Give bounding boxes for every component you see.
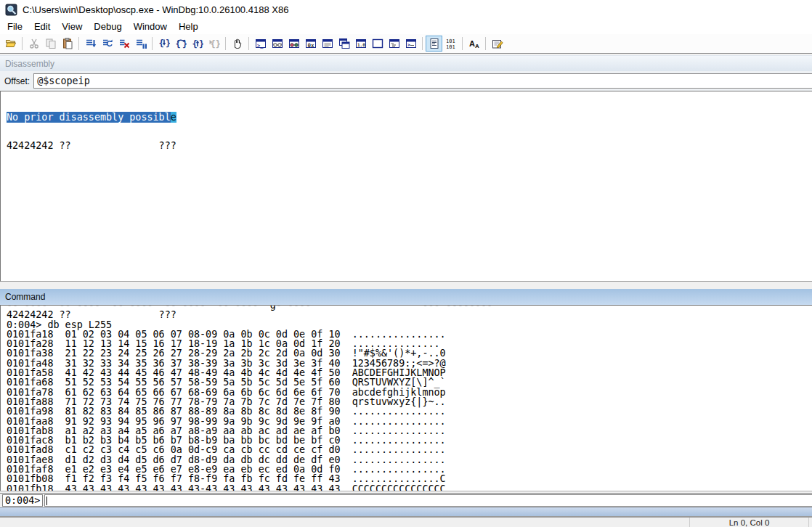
menu-view[interactable]: View xyxy=(56,20,88,33)
command-input-row: 0:004> xyxy=(0,494,812,507)
toolbar-separator xyxy=(485,37,486,50)
statusbar: Ln 0, Col 0 xyxy=(0,518,812,527)
svg-text:>: > xyxy=(407,42,410,48)
command-browser-button[interactable]: > xyxy=(402,36,419,52)
cut-button[interactable] xyxy=(25,36,42,52)
svg-text:A: A xyxy=(475,43,479,49)
svg-text:A: A xyxy=(469,39,475,48)
window-title: C:\Users\win\Desktop\oscp.exe - WinDbg:1… xyxy=(23,4,288,15)
restart-button[interactable] xyxy=(99,36,115,52)
windbg-window: C:\Users\win\Desktop\oscp.exe - WinDbg:1… xyxy=(0,0,812,527)
toolbar-separator xyxy=(248,37,249,50)
step-out-button[interactable]: { } xyxy=(189,36,206,52)
source-mode-toggle-button[interactable] xyxy=(426,36,442,52)
font-button[interactable]: A A xyxy=(466,36,482,52)
svg-text:0x: 0x xyxy=(307,42,314,49)
menu-debug[interactable]: Debug xyxy=(88,20,127,33)
open-source-file-button[interactable] xyxy=(2,36,19,52)
go-button[interactable] xyxy=(82,36,99,52)
toolbar-separator xyxy=(78,37,79,50)
break-button[interactable] xyxy=(132,36,149,52)
disassembly-line[interactable]: 42424242 ?? ??? xyxy=(7,141,812,150)
disassembly-selected-line[interactable]: No prior disassembly possible xyxy=(7,113,812,122)
watch-window-button[interactable] xyxy=(269,36,285,52)
command-window-button[interactable]: >_ xyxy=(252,36,269,52)
stop-debugging-button[interactable] xyxy=(115,36,132,52)
command-pane: Command -- ---- -- ---- -- ---- -- ---- … xyxy=(0,289,812,507)
command-pane-title[interactable]: Command xyxy=(0,289,812,305)
paste-button[interactable] xyxy=(59,36,76,52)
svg-text:}: } xyxy=(199,39,203,49)
command-input[interactable] xyxy=(44,494,812,507)
offset-row: Offset: @$scopeip xyxy=(0,71,812,91)
line-col-indicator: Ln 0, Col 0 xyxy=(689,518,809,527)
scratch-pad-button[interactable] xyxy=(369,36,386,52)
offset-input[interactable]: @$scopeip xyxy=(33,73,812,89)
command-pane-title-label: Command xyxy=(5,292,45,302)
command-output-area[interactable]: -- ---- -- ---- -- ---- -- ---- -- ---- … xyxy=(0,305,812,491)
disassembly-caret-char: e xyxy=(171,112,176,123)
svg-text:{: { xyxy=(192,39,197,49)
text-caret xyxy=(46,497,47,505)
registers-window-button[interactable]: 0x xyxy=(302,36,319,52)
offset-label: Offset: xyxy=(4,76,30,86)
toolbar: { } { } { } {} xyxy=(0,34,812,54)
offset-input-value: @$scopeip xyxy=(37,75,90,86)
copy-button[interactable] xyxy=(42,36,59,52)
locals-window-button[interactable] xyxy=(285,36,302,52)
toolbar-separator xyxy=(422,37,423,50)
call-stack-window-button[interactable] xyxy=(336,36,352,52)
disassembly-content[interactable]: No prior disassembly possible 42424242 ?… xyxy=(0,91,812,282)
options-button[interactable] xyxy=(489,36,506,52)
step-into-button[interactable]: { } xyxy=(155,36,172,52)
window-frame-strip xyxy=(0,507,812,516)
windbg-app-icon xyxy=(5,4,17,16)
command-prompt: 0:004> xyxy=(2,494,43,507)
command-output-text: -- ---- -- ---- -- ---- -- ---- -- ---- … xyxy=(7,305,812,491)
processes-threads-button[interactable] xyxy=(386,36,402,52)
memory-window-button[interactable] xyxy=(319,36,336,52)
assembly-options-button[interactable]: 101 101 xyxy=(442,36,459,52)
titlebar: C:\Users\win\Desktop\oscp.exe - WinDbg:1… xyxy=(0,0,812,19)
command-prompt-text: 0:004> xyxy=(5,496,40,505)
toolbar-separator xyxy=(22,37,23,50)
pane-splitter[interactable] xyxy=(0,282,812,289)
svg-text:1.0: 1.0 xyxy=(357,42,365,47)
menu-edit[interactable]: Edit xyxy=(28,20,56,33)
disassembly-window-button[interactable]: 1.0 xyxy=(352,36,369,52)
disassembly-selection-text: No prior disassembly possibl xyxy=(7,112,171,123)
disassembly-pane: Disassembly Offset: @$scopeip No prior d… xyxy=(0,55,812,282)
toolbar-separator xyxy=(225,37,226,50)
disassembly-pane-title[interactable]: Disassembly xyxy=(0,55,812,71)
step-over-button[interactable]: { } xyxy=(172,36,189,52)
menu-file[interactable]: File xyxy=(1,20,28,33)
run-to-cursor-button[interactable]: {} xyxy=(206,36,222,52)
svg-text:101: 101 xyxy=(446,44,455,50)
menu-window[interactable]: Window xyxy=(128,20,173,33)
disassembly-pane-title-label: Disassembly xyxy=(5,59,54,69)
breakpoint-hand-button[interactable] xyxy=(229,36,245,52)
menu-help[interactable]: Help xyxy=(173,20,204,33)
svg-text:{}: {} xyxy=(210,39,220,49)
toolbar-separator xyxy=(462,37,463,50)
toolbar-separator xyxy=(152,37,153,50)
menubar: File Edit View Debug Window Help xyxy=(0,19,812,34)
svg-text:}: } xyxy=(166,38,170,49)
line-col-text: Ln 0, Col 0 xyxy=(729,518,770,527)
svg-text:>_: >_ xyxy=(257,43,264,49)
